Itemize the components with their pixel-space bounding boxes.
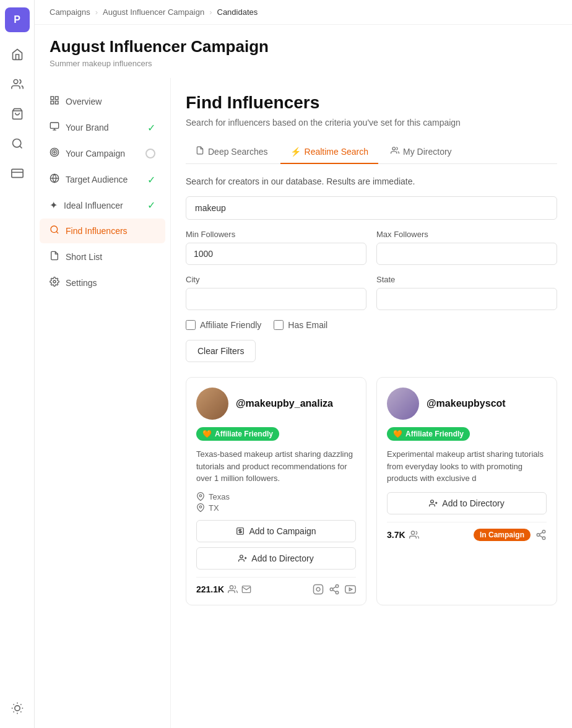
content-layout: Overview Your Brand ✓ Your Campaign <box>35 78 572 728</box>
your-brand-check: ✓ <box>147 122 155 134</box>
city-label: City <box>186 275 366 284</box>
svg-rect-38 <box>314 584 323 594</box>
nav-creditcard-icon[interactable] <box>5 161 30 186</box>
svg-point-32 <box>199 506 202 508</box>
sidebar-label-settings: Settings <box>66 278 97 288</box>
state-input[interactable] <box>376 288 557 310</box>
svg-line-28 <box>56 232 58 233</box>
sidebar-item-your-campaign[interactable]: Your Campaign <box>40 141 165 166</box>
card-footer-1: 3.7K In Campaign <box>387 522 547 541</box>
svg-point-42 <box>336 591 339 594</box>
sidebar-item-ideal-influencer[interactable]: ✦ Ideal Influencer ✓ <box>40 193 165 217</box>
card-header-1: 👤 @makeupbyscot <box>387 388 547 420</box>
affiliate-friendly-checkbox-label[interactable]: Affiliate Friendly <box>186 320 261 330</box>
page-subtitle: Summer makeup influencers <box>50 59 557 68</box>
add-to-directory-button-0[interactable]: Add to Directory <box>196 547 356 570</box>
svg-rect-19 <box>50 123 58 128</box>
left-sidebar: Overview Your Brand ✓ Your Campaign <box>35 78 171 728</box>
svg-point-29 <box>53 280 56 283</box>
breadcrumb-campaign[interactable]: August Influencer Campaign <box>103 7 204 17</box>
svg-point-0 <box>14 80 18 84</box>
sidebar-label-find-influencers: Find Influencers <box>66 226 128 236</box>
action-buttons-1: Add to Directory <box>387 492 547 514</box>
share-icon-0 <box>329 584 340 595</box>
filter-row-location: City State <box>186 275 557 310</box>
max-followers-input[interactable] <box>376 243 557 265</box>
svg-point-2 <box>12 139 20 147</box>
min-followers-input[interactable] <box>186 243 366 265</box>
filter-row-followers: Min Followers Max Followers <box>186 230 557 265</box>
svg-line-43 <box>332 590 336 592</box>
directory-tab-icon <box>391 146 399 157</box>
find-influencers-icon <box>50 225 59 237</box>
in-campaign-badge-1: In Campaign <box>474 529 531 541</box>
short-list-icon <box>50 251 59 263</box>
city-input[interactable] <box>186 288 366 310</box>
svg-point-51 <box>537 533 540 536</box>
location-state-row-0: TX <box>196 503 356 513</box>
action-buttons-0: Add to Campaign Add to Directory <box>196 520 356 570</box>
influencer-card-0: 👤 @makeupby_analiza 🧡 Affiliate Friendly… <box>186 377 366 605</box>
svg-point-49 <box>411 531 414 534</box>
affiliate-badge-text-0: 🧡 Affiliate Friendly <box>196 427 279 441</box>
has-email-checkbox-label[interactable]: Has Email <box>274 320 327 330</box>
page-title: August Influencer Campaign <box>50 37 557 56</box>
add-to-campaign-button-0[interactable]: Add to Campaign <box>196 520 356 542</box>
has-email-checkbox[interactable] <box>274 320 284 330</box>
sidebar-item-settings[interactable]: Settings <box>40 271 165 295</box>
sidebar-item-target-audience[interactable]: Target Audience ✓ <box>40 167 165 192</box>
nav-store-icon[interactable] <box>5 102 30 126</box>
breadcrumb-campaigns[interactable]: Campaigns <box>50 7 90 17</box>
nav-users-icon[interactable] <box>5 72 30 97</box>
affiliate-badge-1: 🧡 Affiliate Friendly <box>387 427 547 441</box>
svg-point-40 <box>336 584 339 587</box>
follower-count-0: 221.1K <box>196 584 251 594</box>
tab-my-directory[interactable]: My Directory <box>381 140 462 164</box>
ideal-influencer-check: ✓ <box>147 199 155 211</box>
sidebar-item-short-list[interactable]: Short List <box>40 245 165 269</box>
affiliate-friendly-checkbox[interactable] <box>186 320 196 330</box>
svg-rect-18 <box>55 101 58 104</box>
affiliate-badge-0: 🧡 Affiliate Friendly <box>196 427 356 441</box>
handle-0: @makeupby_analiza <box>236 398 333 409</box>
svg-point-37 <box>230 586 233 589</box>
sidebar-item-overview[interactable]: Overview <box>40 89 165 114</box>
search-input-wrap <box>186 196 557 220</box>
svg-line-44 <box>332 586 336 588</box>
nav-home-icon[interactable] <box>5 42 30 67</box>
location-state-0: TX <box>209 503 219 513</box>
tab-deep-searches[interactable]: Deep Searches <box>186 140 278 164</box>
sidebar-item-find-influencers[interactable]: Find Influencers <box>40 219 165 243</box>
page-header: August Influencer Campaign Summer makeup… <box>35 25 572 78</box>
social-icons-0 <box>313 584 356 595</box>
sidebar-item-your-brand[interactable]: Your Brand ✓ <box>40 115 165 140</box>
svg-line-9 <box>13 704 14 705</box>
instagram-icon-0 <box>313 584 324 595</box>
clear-filters-button[interactable]: Clear Filters <box>186 340 256 362</box>
avatar-0: 👤 <box>196 388 228 420</box>
bio-0: Texas-based makeup artist sharing dazzli… <box>196 448 356 485</box>
breadcrumb: Campaigns › August Influencer Campaign ›… <box>35 0 572 25</box>
svg-point-41 <box>330 587 333 591</box>
handle-1: @makeupbyscot <box>427 398 506 409</box>
svg-point-46 <box>431 500 434 503</box>
nav-theme-icon[interactable] <box>5 696 30 721</box>
svg-rect-4 <box>11 169 22 177</box>
sidebar-label-your-campaign: Your Campaign <box>66 149 125 158</box>
breadcrumb-sep-2: › <box>209 7 212 17</box>
svg-point-27 <box>51 226 58 233</box>
search-input[interactable] <box>186 196 557 220</box>
tab-realtime-search[interactable]: ⚡ Realtime Search <box>280 140 379 164</box>
svg-marker-45 <box>349 587 352 591</box>
nav-search-icon[interactable] <box>5 131 30 156</box>
main-area: Campaigns › August Influencer Campaign ›… <box>35 0 572 728</box>
svg-point-30 <box>392 147 396 150</box>
find-influencers-subtitle: Search for influencers based on the crit… <box>186 118 557 128</box>
app-logo-icon[interactable]: P <box>5 7 30 32</box>
avatar-1: 👤 <box>387 388 419 420</box>
breadcrumb-sep-1: › <box>95 7 98 17</box>
svg-point-34 <box>240 555 243 558</box>
target-audience-check: ✓ <box>147 174 155 186</box>
overview-icon <box>50 95 59 108</box>
add-to-directory-button-1[interactable]: Add to Directory <box>387 492 547 514</box>
